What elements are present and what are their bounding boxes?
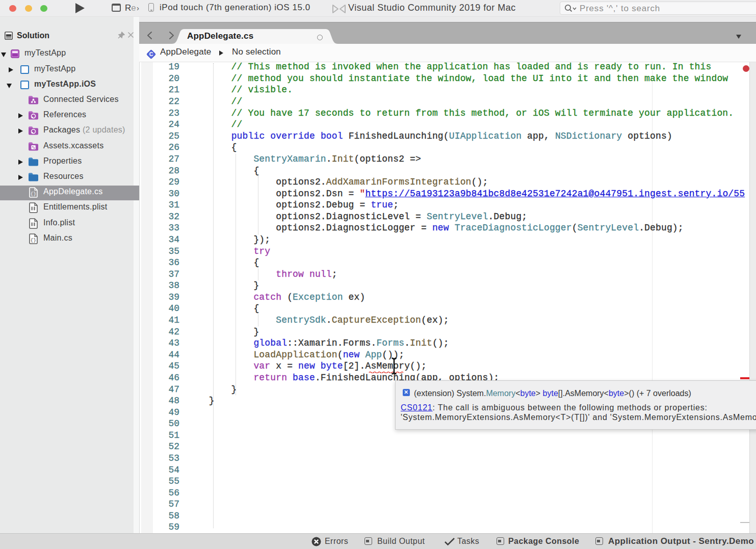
svg-text:C: C: [149, 51, 153, 57]
svg-text:{}: {}: [30, 237, 36, 243]
svg-text:{}: {}: [30, 191, 36, 197]
